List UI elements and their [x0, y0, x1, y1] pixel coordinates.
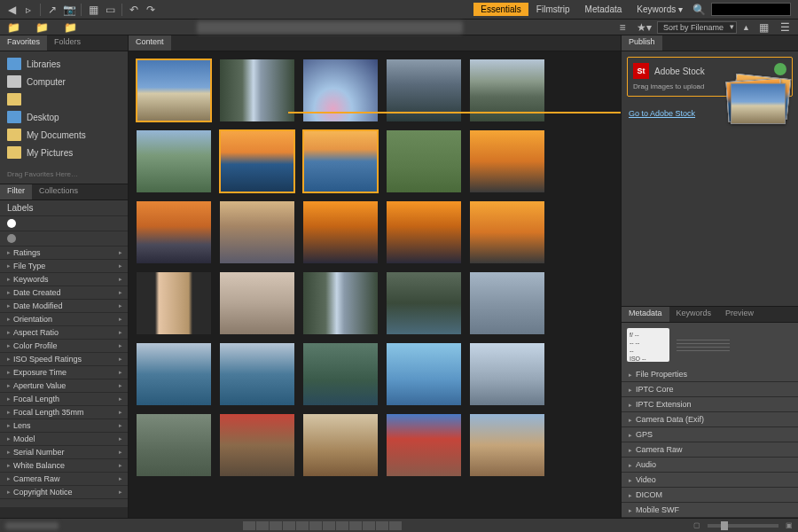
- workspace-metadata[interactable]: Metadata: [578, 3, 630, 16]
- thumbnail[interactable]: [469, 59, 545, 122]
- thumbnail[interactable]: [469, 271, 545, 335]
- tab-folders[interactable]: Folders: [47, 35, 88, 51]
- filter-label-row[interactable]: Labels: [0, 200, 128, 216]
- filter-item[interactable]: ISO Speed Ratings: [0, 353, 128, 366]
- filter-label-row[interactable]: [0, 231, 128, 246]
- tab-filter[interactable]: Filter: [0, 184, 32, 200]
- filter-item[interactable]: Aspect Ratio: [0, 326, 128, 340]
- grid-view-icon[interactable]: ▦: [755, 20, 771, 35]
- folder-icon[interactable]: 📁: [34, 20, 50, 35]
- folder-icon[interactable]: 📁: [5, 20, 21, 35]
- zoom-slider[interactable]: [708, 524, 778, 528]
- forward-icon[interactable]: ▹: [20, 2, 36, 18]
- scrollbar-h[interactable]: [0, 507, 128, 518]
- thumbnail[interactable]: [219, 342, 295, 406]
- favorite-item[interactable]: Desktop: [0, 108, 128, 126]
- tab-preview[interactable]: Preview: [718, 307, 761, 322]
- tab-keywords-panel[interactable]: Keywords: [669, 307, 719, 322]
- filter-item[interactable]: Lens: [0, 419, 128, 433]
- thumbnail[interactable]: [469, 413, 545, 477]
- thumbnail[interactable]: [136, 59, 212, 122]
- thumbnail[interactable]: [219, 59, 295, 122]
- tab-metadata[interactable]: Metadata: [622, 307, 669, 322]
- favorite-item[interactable]: My Documents: [0, 126, 128, 144]
- thumbnail[interactable]: [219, 271, 295, 335]
- star-filter-icon[interactable]: ★▾: [636, 20, 652, 35]
- filter-item[interactable]: Color Profile: [0, 340, 128, 353]
- filter-item[interactable]: Date Modified: [0, 300, 128, 313]
- filter-icon[interactable]: ≡: [614, 20, 630, 35]
- metadata-section[interactable]: Camera Data (Exif): [622, 412, 798, 427]
- favorite-item[interactable]: [0, 90, 128, 108]
- thumbnail[interactable]: [469, 342, 545, 406]
- filter-item[interactable]: Orientation: [0, 313, 128, 326]
- thumbnail[interactable]: [136, 413, 212, 477]
- favorite-item[interactable]: Computer: [0, 73, 128, 90]
- folder-icon[interactable]: 📁: [62, 20, 78, 35]
- filter-item[interactable]: Camera Raw: [0, 473, 128, 486]
- sort-dir-icon[interactable]: ▲: [742, 23, 750, 32]
- thumbnail[interactable]: [136, 271, 212, 335]
- thumbnail[interactable]: [302, 271, 379, 335]
- filter-item[interactable]: Keywords: [0, 273, 128, 286]
- zoom-out-icon[interactable]: ▢: [693, 521, 700, 529]
- thumbnail[interactable]: [386, 342, 462, 406]
- metadata-section[interactable]: Video: [622, 473, 798, 488]
- metadata-section[interactable]: Audio: [622, 458, 798, 473]
- thumbnail[interactable]: [302, 129, 379, 193]
- metadata-section[interactable]: Mobile SWF: [622, 503, 798, 518]
- filter-item[interactable]: Exposure Time: [0, 366, 128, 379]
- list-view-icon[interactable]: ☰: [777, 20, 793, 35]
- thumbnail[interactable]: [386, 59, 462, 122]
- metadata-section[interactable]: GPS: [622, 427, 798, 442]
- upload-icon[interactable]: [774, 63, 786, 75]
- favorite-item[interactable]: My Pictures: [0, 144, 128, 161]
- thumbnail[interactable]: [302, 413, 379, 477]
- breadcrumb[interactable]: [197, 21, 463, 34]
- filter-label-row[interactable]: [0, 216, 128, 231]
- metadata-section[interactable]: Camera Raw: [622, 442, 798, 458]
- thumbnail[interactable]: [386, 413, 462, 477]
- thumbnail[interactable]: [386, 200, 462, 264]
- search-input[interactable]: [711, 3, 791, 16]
- metadata-section[interactable]: DICOM: [622, 488, 798, 503]
- filter-item[interactable]: Aperture Value: [0, 379, 128, 393]
- rotate-cw-icon[interactable]: ↷: [143, 2, 159, 18]
- filter-item[interactable]: Date Created: [0, 286, 128, 300]
- workspace-essentials[interactable]: Essentials: [473, 3, 528, 16]
- thumbnail[interactable]: [469, 200, 545, 264]
- camera-icon[interactable]: 📷: [61, 2, 77, 18]
- thumbnail[interactable]: [136, 129, 212, 193]
- filter-item[interactable]: White Balance: [0, 459, 128, 473]
- search-icon[interactable]: 🔍: [691, 2, 707, 18]
- metadata-section[interactable]: IPTC Core: [622, 382, 798, 397]
- thumbnail[interactable]: [219, 129, 295, 193]
- workspace-filmstrip[interactable]: Filmstrip: [529, 3, 577, 16]
- workspace-keywords[interactable]: Keywords ▾: [630, 3, 690, 16]
- favorite-item[interactable]: Libraries: [0, 55, 128, 73]
- reveal-icon[interactable]: ↗: [44, 2, 60, 18]
- thumbnail[interactable]: [136, 342, 212, 406]
- tab-publish[interactable]: Publish: [622, 35, 662, 51]
- filter-item[interactable]: Ratings: [0, 246, 128, 260]
- filter-item[interactable]: Focal Length 35mm: [0, 406, 128, 419]
- thumbnail[interactable]: [302, 200, 379, 264]
- thumbnail[interactable]: [386, 271, 462, 335]
- tab-favorites[interactable]: Favorites: [0, 35, 47, 51]
- rotate-ccw-icon[interactable]: ↶: [126, 2, 142, 18]
- filter-item[interactable]: Copyright Notice: [0, 486, 128, 499]
- metadata-section[interactable]: IPTC Extension: [622, 397, 798, 412]
- refine-icon[interactable]: ▦: [85, 2, 101, 18]
- filter-item[interactable]: Model: [0, 433, 128, 446]
- filter-item[interactable]: Focal Length: [0, 393, 128, 406]
- thumbnail[interactable]: [386, 129, 462, 193]
- sort-dropdown[interactable]: Sort by Filename: [657, 21, 737, 34]
- filter-item[interactable]: Serial Number: [0, 446, 128, 459]
- open-icon[interactable]: ▭: [102, 2, 118, 18]
- thumbnail[interactable]: [302, 59, 379, 122]
- thumbnail[interactable]: [219, 200, 295, 264]
- zoom-in-icon[interactable]: ▣: [786, 521, 793, 529]
- metadata-section[interactable]: File Properties: [622, 367, 798, 382]
- back-icon[interactable]: ◀: [4, 2, 20, 18]
- tab-collections[interactable]: Collections: [32, 184, 85, 200]
